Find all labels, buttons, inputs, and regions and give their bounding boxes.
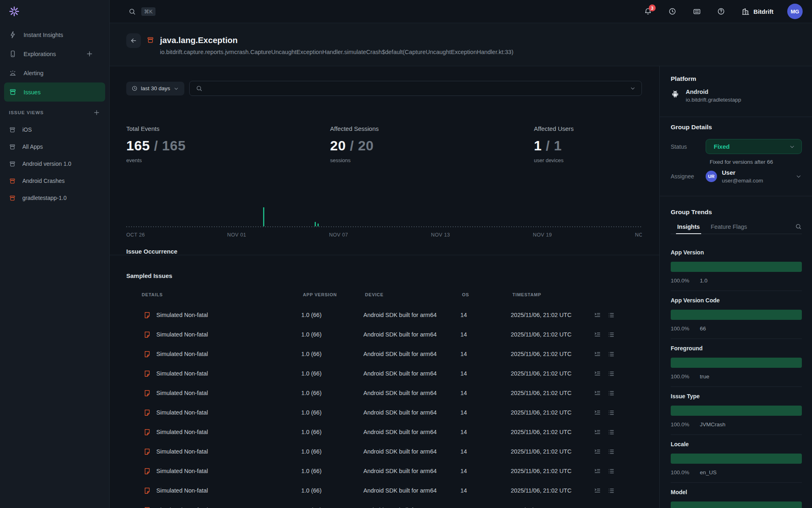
table-row[interactable]: Simulated Non-fatal1.0 (66)Android SDK b…	[140, 442, 640, 461]
issue-view-gradletestapp-1-0[interactable]: gradletestapp-1.0	[4, 189, 105, 206]
chevron-down-icon	[630, 85, 636, 91]
trend-bar[interactable]	[671, 262, 802, 272]
trend-meta: 100.0%en_US	[671, 469, 802, 476]
trend-label: App Version	[671, 249, 802, 256]
tab-insights[interactable]: Insights	[676, 224, 701, 234]
keyboard-icon	[693, 7, 701, 16]
user-avatar[interactable]: MG	[787, 4, 803, 19]
view-timeline-icon[interactable]	[594, 312, 601, 319]
bitdrift-logo-icon[interactable]	[8, 5, 20, 17]
time-range-dropdown[interactable]: last 30 days	[126, 82, 184, 96]
table-row[interactable]: Simulated Non-fatal1.0 (66)Android SDK b…	[140, 481, 640, 500]
table-row[interactable]: Simulated Non-fatal1.0 (66)Android SDK b…	[140, 422, 640, 442]
back-button[interactable]	[126, 33, 141, 48]
sidebar-item-issues[interactable]: Issues	[4, 82, 105, 102]
view-timeline-icon[interactable]	[594, 429, 601, 436]
view-logs-icon[interactable]	[608, 429, 615, 436]
view-timeline-icon[interactable]	[594, 507, 601, 508]
view-timeline-icon[interactable]	[594, 390, 601, 397]
trend-bar[interactable]	[671, 358, 802, 368]
global-search[interactable]: ⌘K	[110, 7, 155, 16]
table-row[interactable]: Simulated Non-fatal1.0 (66)Android SDK b…	[140, 461, 640, 481]
table-row[interactable]: Simulated Non-fatal1.0 (66)Android SDK b…	[140, 325, 640, 344]
view-logs-icon[interactable]	[608, 507, 615, 508]
trend-meta: 100.0%1.0	[671, 277, 802, 284]
assignee-name: User	[722, 169, 763, 176]
issue-view-android-version-1-0[interactable]: Android version 1.0	[4, 155, 105, 172]
platform-package: io.bitdrift.gradletestapp	[686, 97, 741, 103]
stat-label: Total Events	[126, 125, 297, 132]
keyboard-shortcuts-button[interactable]	[693, 7, 701, 15]
issue-view-ios[interactable]: iOS	[4, 121, 105, 138]
trends-tabs: Insights Feature Flags	[671, 222, 802, 234]
trend-meta: 100.0%JVMCrash	[671, 421, 802, 428]
sidebar-item-alerting[interactable]: Alerting	[4, 63, 105, 82]
view-logs-icon[interactable]	[608, 390, 615, 397]
chart-baseline	[126, 226, 642, 227]
cell-details: Simulated Non-fatal	[140, 506, 301, 508]
help-button[interactable]	[717, 7, 725, 15]
stat-value: 165 / 165	[126, 138, 297, 154]
cell-app-version: 1.0 (66)	[301, 468, 363, 474]
search-icon	[196, 85, 203, 92]
box-icon	[9, 88, 17, 96]
view-logs-icon[interactable]	[608, 312, 615, 319]
add-issue-view-button[interactable]	[93, 109, 100, 116]
view-timeline-icon[interactable]	[594, 468, 601, 475]
table-row[interactable]: Simulated Non-fatal1.0 (66)Android SDK b…	[140, 500, 640, 508]
issue-view-box-icon	[9, 126, 16, 133]
stat-value-current: 1	[534, 138, 542, 153]
view-timeline-icon[interactable]	[594, 487, 601, 494]
view-timeline-icon[interactable]	[594, 370, 601, 377]
view-logs-icon[interactable]	[608, 331, 615, 338]
add-exploration-button[interactable]	[86, 50, 93, 58]
trend-bar[interactable]	[671, 454, 802, 464]
issue-view-label: gradletestapp-1.0	[22, 195, 67, 201]
table-row[interactable]: Simulated Non-fatal1.0 (66)Android SDK b…	[140, 344, 640, 364]
x-tick: NOV 07	[329, 232, 348, 238]
stat-value-current: 20	[330, 138, 346, 153]
view-logs-icon[interactable]	[608, 370, 615, 377]
tab-feature-flags[interactable]: Feature Flags	[710, 224, 748, 234]
table-row[interactable]: Simulated Non-fatal1.0 (66)Android SDK b…	[140, 383, 640, 403]
cell-timestamp: 2025/11/06, 21:02 UTC	[511, 331, 594, 338]
stat-value-total: / 165	[150, 138, 186, 153]
view-timeline-icon[interactable]	[594, 331, 601, 338]
cell-os: 14	[460, 351, 511, 357]
table-row[interactable]: Simulated Non-fatal1.0 (66)Android SDK b…	[140, 403, 640, 422]
table-row[interactable]: Simulated Non-fatal1.0 (66)Android SDK b…	[140, 364, 640, 383]
trend-bar[interactable]	[671, 310, 802, 320]
org-switcher[interactable]: Bitdrift	[741, 7, 773, 16]
filter-toolbar: last 30 days	[126, 81, 642, 96]
view-logs-icon[interactable]	[608, 351, 615, 358]
view-timeline-icon[interactable]	[594, 351, 601, 358]
occurrence-chart[interactable]: OCT 26NOV 01NOV 07NOV 13NOV 19NO	[126, 192, 642, 239]
history-button[interactable]	[668, 7, 676, 15]
view-timeline-icon[interactable]	[594, 448, 601, 455]
trend-bar[interactable]	[671, 406, 802, 416]
issue-view-android-crashes[interactable]: Android Crashes	[4, 172, 105, 189]
filter-search-input[interactable]	[189, 81, 642, 96]
notifications-button[interactable]: 3	[644, 7, 652, 15]
issue-view-all-apps[interactable]: All Apps	[4, 138, 105, 155]
stat-unit: sessions	[330, 157, 501, 163]
assignee-dropdown[interactable]: Assignee UR User user@email.com	[671, 169, 802, 184]
cell-actions	[594, 370, 640, 377]
view-logs-icon[interactable]	[608, 468, 615, 475]
table-row[interactable]: Simulated Non-fatal1.0 (66)Android SDK b…	[140, 305, 640, 325]
status-dropdown[interactable]: Fixed	[706, 139, 802, 154]
view-logs-icon[interactable]	[608, 409, 615, 416]
platform-heading: Platform	[671, 75, 802, 82]
cell-os: 14	[460, 312, 511, 318]
issue-details-text: Simulated Non-fatal	[156, 487, 208, 494]
cell-app-version: 1.0 (66)	[301, 390, 363, 396]
cell-timestamp: 2025/11/06, 21:02 UTC	[511, 487, 594, 494]
trends-search-icon[interactable]	[795, 223, 802, 230]
sidebar-item-explorations[interactable]: Explorations	[4, 44, 105, 63]
trend-item-locale: Locale100.0%en_US	[671, 435, 802, 483]
sidebar-item-instant-insights[interactable]: Instant Insights	[4, 25, 105, 44]
cell-details: Simulated Non-fatal	[140, 350, 301, 358]
view-logs-icon[interactable]	[608, 487, 615, 494]
view-logs-icon[interactable]	[608, 448, 615, 455]
view-timeline-icon[interactable]	[594, 409, 601, 416]
